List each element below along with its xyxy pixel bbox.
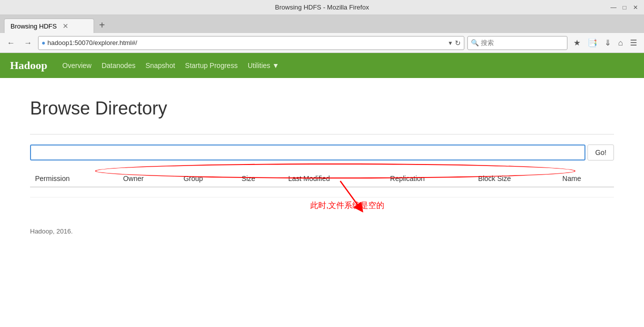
- bookmarks-button[interactable]: 📑: [584, 36, 600, 50]
- utilities-chevron-icon: ▼: [272, 62, 279, 70]
- table-section: Permission Owner Group Size Last Modifie…: [30, 170, 614, 198]
- app-container: Hadoop Overview Datanodes Snapshot Start…: [0, 53, 644, 327]
- path-input-row: Go!: [30, 144, 614, 160]
- path-input[interactable]: [30, 144, 585, 160]
- forward-button[interactable]: →: [21, 36, 35, 50]
- col-size: Size: [237, 170, 283, 187]
- nav-overview[interactable]: Overview: [63, 60, 92, 72]
- address-lock-icon: ●: [42, 39, 46, 46]
- active-tab[interactable]: Browsing HDFS ✕: [4, 18, 94, 33]
- home-button[interactable]: ⌂: [615, 36, 626, 50]
- refresh-button[interactable]: ↻: [455, 39, 461, 47]
- directory-table: Permission Owner Group Size Last Modifie…: [30, 170, 614, 198]
- footer-text: Hadoop, 2016.: [30, 228, 614, 235]
- bookmark-star-button[interactable]: ★: [570, 36, 583, 50]
- minimize-button[interactable]: —: [610, 4, 617, 11]
- col-group: Group: [179, 170, 237, 187]
- tab-label: Browsing HDFS: [11, 22, 57, 30]
- tab-bar: Browsing HDFS ✕ +: [0, 15, 644, 33]
- hadoop-navbar: Hadoop Overview Datanodes Snapshot Start…: [0, 53, 644, 78]
- search-bar-container: 🔍: [467, 36, 567, 50]
- page-content: Browse Directory Go! Permission Owner Gr…: [0, 78, 644, 255]
- nav-bar: ← → ● ▼ ↻ 🔍 ★ 📑 ⇓ ⌂ ☰: [0, 33, 644, 53]
- toolbar-icons: ★ 📑 ⇓ ⌂ ☰: [570, 36, 640, 50]
- menu-button[interactable]: ☰: [627, 36, 640, 50]
- hadoop-nav-links: Overview Datanodes Snapshot Startup Prog…: [63, 60, 279, 72]
- search-input[interactable]: [481, 39, 564, 46]
- col-replication: Replication: [385, 170, 473, 187]
- browser-title-bar: Browsing HDFS - Mozilla Firefox — □ ✕: [0, 0, 644, 15]
- nav-datanodes[interactable]: Datanodes: [102, 60, 136, 72]
- hadoop-brand: Hadoop: [10, 59, 48, 72]
- nav-snapshot[interactable]: Snapshot: [146, 60, 175, 72]
- nav-utilities-label: Utilities: [248, 62, 270, 70]
- table-header-row: Permission Owner Group Size Last Modifie…: [30, 170, 614, 187]
- window-controls: — □ ✕: [610, 4, 639, 11]
- table-empty-row: [30, 187, 614, 197]
- address-dropdown-icon[interactable]: ▼: [447, 40, 453, 46]
- new-tab-button[interactable]: +: [94, 17, 110, 33]
- browser-title: Browsing HDFS - Mozilla Firefox: [275, 4, 369, 11]
- maximize-button[interactable]: □: [621, 4, 628, 11]
- download-button[interactable]: ⇓: [601, 36, 614, 50]
- tab-close-button[interactable]: ✕: [63, 22, 69, 30]
- go-button[interactable]: Go!: [587, 144, 614, 160]
- nav-utilities-dropdown[interactable]: Utilities ▼: [248, 60, 279, 72]
- page-title: Browse Directory: [30, 98, 614, 119]
- col-block-size: Block Size: [473, 170, 557, 187]
- search-icon: 🔍: [471, 39, 479, 46]
- address-bar-container: ● ▼ ↻: [38, 36, 464, 50]
- address-input[interactable]: [48, 39, 446, 46]
- col-last-modified: Last Modified: [283, 170, 385, 187]
- close-button[interactable]: ✕: [632, 4, 639, 11]
- back-button[interactable]: ←: [4, 36, 18, 50]
- col-permission: Permission: [30, 170, 118, 187]
- col-name: Name: [557, 170, 614, 187]
- nav-startup-progress[interactable]: Startup Progress: [185, 60, 238, 72]
- annotation-text: 此时,文件系统是空的: [310, 200, 384, 211]
- col-owner: Owner: [118, 170, 179, 187]
